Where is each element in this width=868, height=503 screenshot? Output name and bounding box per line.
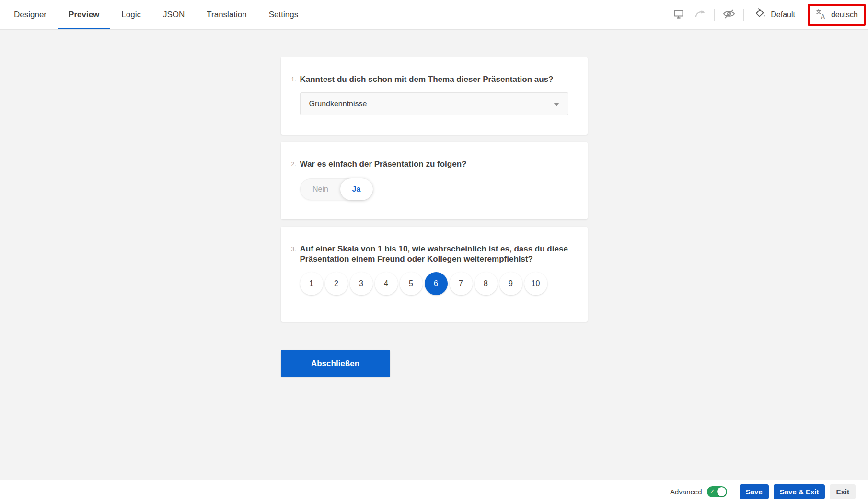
- theme-selector[interactable]: Default: [748, 4, 802, 25]
- tab-designer[interactable]: Designer: [3, 0, 58, 29]
- rating-item-8[interactable]: 8: [475, 272, 498, 295]
- question-3-rating-scale: 1 2 3 4 5 6 7 8 9 10: [300, 272, 568, 295]
- translate-icon: A: [815, 8, 827, 22]
- rating-item-5[interactable]: 5: [400, 272, 423, 295]
- svg-text:A: A: [821, 13, 825, 20]
- tab-settings[interactable]: Settings: [258, 0, 309, 29]
- check-icon: ✓: [710, 488, 715, 495]
- save-and-exit-button[interactable]: Save & Exit: [774, 484, 825, 499]
- question-1-title: Kanntest du dich schon mit dem Thema die…: [300, 74, 568, 85]
- question-1-dropdown-value: Grundkenntnisse: [309, 100, 367, 108]
- question-3-title: Auf einer Skala von 1 bis 10, wie wahrsc…: [300, 244, 568, 265]
- theme-selector-label: Default: [771, 11, 795, 19]
- survey-preview: 1. Kanntest du dich schon mit dem Thema …: [281, 57, 588, 377]
- rating-item-9[interactable]: 9: [499, 272, 522, 295]
- language-selector[interactable]: A deutsch: [810, 6, 864, 24]
- boolean-true-thumb[interactable]: Ja: [340, 178, 373, 200]
- rating-item-4[interactable]: 4: [375, 272, 398, 295]
- creator-header: Designer Preview Logic JSON Translation …: [0, 0, 868, 30]
- advanced-toggle[interactable]: ✓: [707, 486, 727, 497]
- creator-toolbar: Default A deutsch: [668, 0, 868, 29]
- question-card-1: 1. Kanntest du dich schon mit dem Thema …: [281, 57, 588, 135]
- advanced-toggle-label: Advanced: [670, 488, 702, 496]
- rating-item-10[interactable]: 10: [524, 272, 547, 295]
- question-2-boolean-toggle[interactable]: Nein Ja: [300, 178, 373, 200]
- rating-item-3[interactable]: 3: [350, 272, 373, 295]
- question-2-body: Nein Ja: [300, 178, 568, 200]
- question-1-number: 1.: [291, 74, 300, 85]
- question-card-3: 3. Auf einer Skala von 1 bis 10, wie wah…: [281, 227, 588, 322]
- chevron-down-icon: [554, 103, 559, 106]
- creator-footer: Advanced ✓ Save Save & Exit Exit: [0, 480, 868, 503]
- redo-button[interactable]: [689, 4, 710, 25]
- question-1-title-row: 1. Kanntest du dich schon mit dem Thema …: [291, 74, 568, 85]
- question-2-title: War es einfach der Präsentation zu folge…: [300, 159, 568, 170]
- exit-button[interactable]: Exit: [830, 484, 856, 499]
- toolbar-separator: [714, 9, 715, 21]
- paint-bucket-icon: [754, 8, 766, 22]
- question-2-title-row: 2. War es einfach der Präsentation zu fo…: [291, 159, 568, 170]
- language-selector-label: deutsch: [831, 11, 858, 19]
- save-button[interactable]: Save: [740, 484, 769, 499]
- tab-preview[interactable]: Preview: [58, 0, 110, 29]
- rating-item-2[interactable]: 2: [325, 272, 348, 295]
- tab-json[interactable]: JSON: [152, 0, 196, 29]
- boolean-false-label[interactable]: Nein: [300, 178, 341, 200]
- question-3-title-row: 3. Auf einer Skala von 1 bis 10, wie wah…: [291, 244, 568, 265]
- question-1-dropdown[interactable]: Grundkenntnisse: [300, 92, 568, 115]
- question-1-body: Grundkenntnisse: [300, 92, 568, 115]
- tab-logic[interactable]: Logic: [110, 0, 152, 29]
- question-3-body: 1 2 3 4 5 6 7 8 9 10: [300, 272, 568, 295]
- redo-icon: [694, 8, 706, 22]
- rating-item-6-selected[interactable]: 6: [425, 272, 448, 295]
- device-preview-button[interactable]: [668, 4, 689, 25]
- toggle-knob: [717, 487, 726, 496]
- toolbar-separator: [743, 9, 744, 21]
- question-card-2: 2. War es einfach der Präsentation zu fo…: [281, 142, 588, 219]
- device-preview-icon: [673, 8, 684, 21]
- hide-invisible-elements-button[interactable]: [718, 4, 740, 25]
- eye-slash-icon: [722, 7, 736, 22]
- red-annotation-highlight: A deutsch: [808, 4, 866, 26]
- rating-item-1[interactable]: 1: [300, 272, 323, 295]
- question-3-number: 3.: [291, 244, 300, 265]
- rating-item-7[interactable]: 7: [450, 272, 473, 295]
- tab-translation[interactable]: Translation: [196, 0, 257, 29]
- complete-survey-button[interactable]: Abschließen: [281, 350, 390, 377]
- question-2-number: 2.: [291, 159, 300, 170]
- creator-tabs: Designer Preview Logic JSON Translation …: [3, 0, 309, 29]
